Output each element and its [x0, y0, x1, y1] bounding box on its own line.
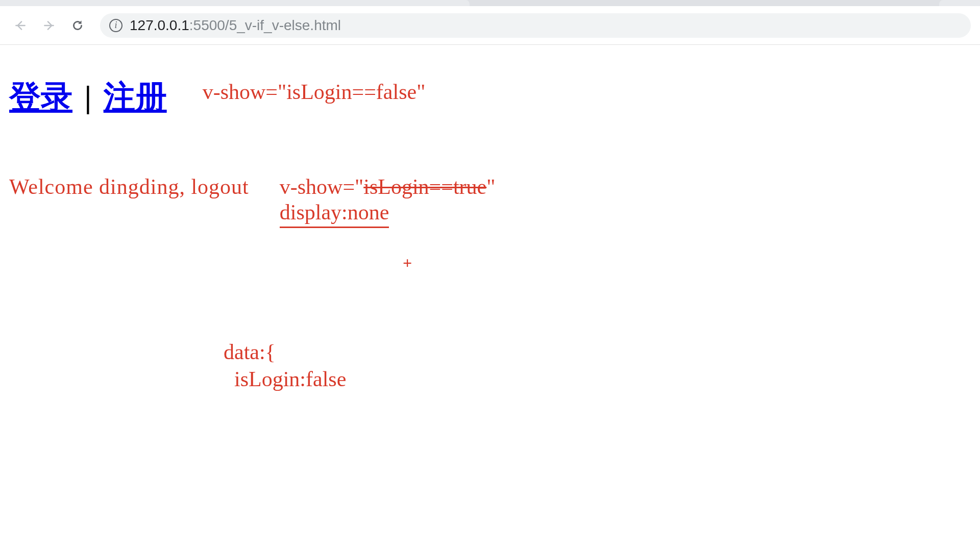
active-tab[interactable]	[0, 0, 470, 6]
auth-row: 登录 | 注册 v-show="isLogin==false"	[9, 76, 971, 118]
auth-links: 登录 | 注册	[9, 76, 167, 118]
back-button[interactable]	[9, 14, 32, 37]
reload-icon	[71, 19, 84, 32]
login-link[interactable]: 登录	[9, 80, 72, 114]
vshow-suffix: "	[486, 175, 495, 198]
url-host: 127.0.0.1	[130, 17, 189, 33]
annotation-vshow-true: v-show="isLogin==true"	[280, 174, 496, 199]
inactive-tab[interactable]	[939, 0, 980, 6]
annotation-block: v-show="isLogin==true" display:none	[280, 174, 496, 228]
separator: |	[77, 80, 100, 114]
arrow-left-icon	[14, 19, 27, 32]
site-info-icon[interactable]: i	[109, 19, 122, 32]
address-bar[interactable]: i 127.0.0.1:5500/5_v-if_v-else.html	[100, 13, 971, 38]
vshow-strike: isLogin==true	[363, 175, 486, 198]
data-block: data:{ isLogin:false	[224, 339, 971, 392]
forward-button[interactable]	[38, 14, 60, 37]
vshow-prefix: v-show="	[280, 175, 364, 198]
annotation-vshow-false: v-show="isLogin==false"	[203, 80, 426, 104]
welcome-row: Welcome dingding, logout v-show="isLogin…	[9, 174, 971, 228]
arrow-right-icon	[42, 19, 56, 32]
reload-button[interactable]	[66, 14, 89, 37]
tab-bar	[0, 0, 980, 6]
register-link[interactable]: 注册	[104, 80, 167, 114]
url-text: 127.0.0.1:5500/5_v-if_v-else.html	[130, 17, 341, 34]
browser-chrome: i 127.0.0.1:5500/5_v-if_v-else.html	[0, 0, 980, 45]
annotation-display-none: display:none	[280, 200, 389, 228]
url-path: :5500/5_v-if_v-else.html	[189, 17, 341, 33]
browser-toolbar: i 127.0.0.1:5500/5_v-if_v-else.html	[0, 6, 980, 45]
plus-mark: +	[402, 254, 412, 272]
welcome-text: Welcome dingding, logout	[9, 174, 249, 199]
page-content: 登录 | 注册 v-show="isLogin==false" Welcome …	[0, 45, 980, 392]
